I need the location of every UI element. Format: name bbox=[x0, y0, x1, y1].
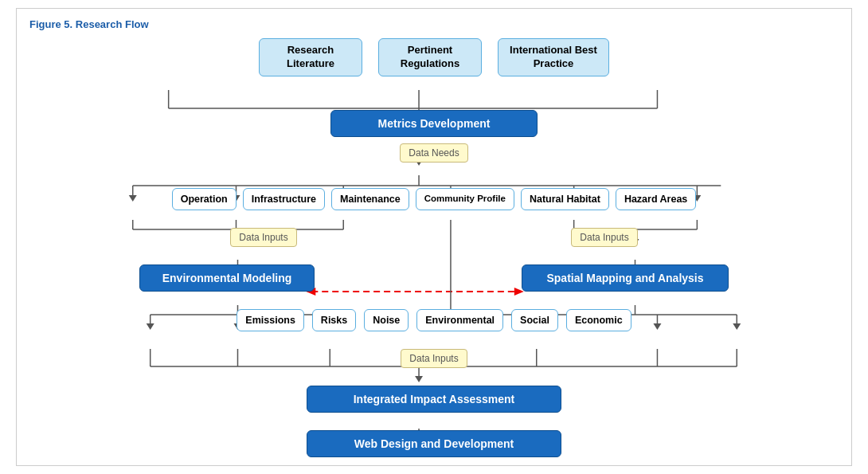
metrics-development-box: Metrics Development bbox=[330, 110, 538, 137]
environmental-modeling-box: Environmental Modeling bbox=[139, 264, 315, 292]
environmental-box: Environmental bbox=[416, 309, 503, 331]
risks-box: Risks bbox=[312, 309, 356, 331]
data-inputs-bottom-box: Data Inputs bbox=[401, 349, 467, 368]
web-design-box: Web Design and Development bbox=[307, 430, 561, 457]
operation-box: Operation bbox=[172, 188, 237, 210]
spatial-mapping-box: Spatial Mapping and Analysis bbox=[522, 264, 729, 292]
infrastructure-box: Infrastructure bbox=[243, 188, 325, 210]
natural-habitat-box: Natural Habitat bbox=[521, 188, 609, 210]
social-box: Social bbox=[511, 309, 558, 331]
diagram-container: Research Literature Pertinent Regulation… bbox=[29, 38, 839, 457]
community-profile-box: Community Profile bbox=[416, 188, 514, 210]
page-wrapper: Figure 5. Research Flow bbox=[16, 8, 852, 466]
research-literature-box: Research Literature bbox=[259, 38, 362, 76]
svg-marker-68 bbox=[415, 376, 423, 382]
maintenance-box: Maintenance bbox=[331, 188, 409, 210]
integrated-impact-box: Integrated Impact Assessment bbox=[307, 386, 561, 413]
noise-box: Noise bbox=[364, 309, 409, 331]
data-inputs-right-box: Data Inputs bbox=[571, 228, 637, 247]
pertinent-regulations-box: Pertinent Regulations bbox=[378, 38, 482, 76]
international-best-practice-box: International Best Practice bbox=[498, 38, 609, 76]
emissions-box: Emissions bbox=[237, 309, 304, 331]
hazard-areas-box: Hazard Areas bbox=[616, 188, 696, 210]
data-needs-box: Data Needs bbox=[400, 143, 467, 163]
economic-box: Economic bbox=[566, 309, 631, 331]
data-inputs-left-box: Data Inputs bbox=[230, 228, 296, 247]
figure-title: Figure 5. Research Flow bbox=[29, 18, 839, 30]
